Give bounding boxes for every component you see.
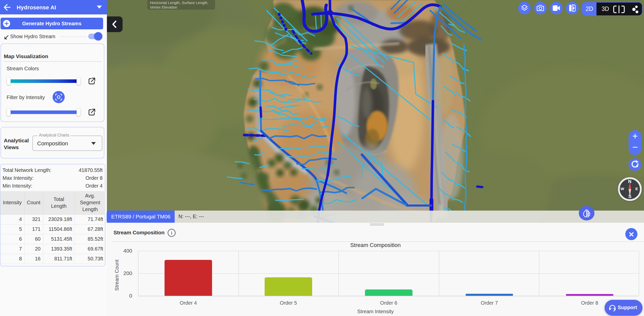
svg-text:N: N [636, 165, 638, 168]
